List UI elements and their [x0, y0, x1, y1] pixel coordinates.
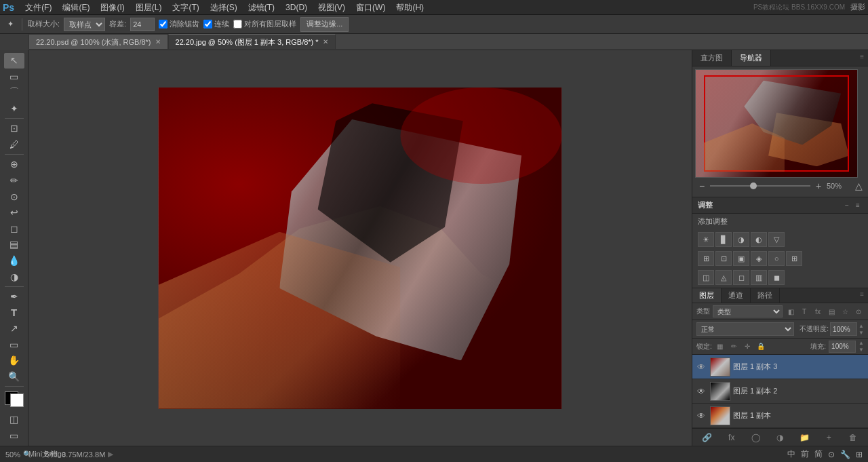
fill-input[interactable]: [829, 341, 856, 353]
zoom-out-btn[interactable]: −: [696, 180, 707, 191]
text-tool[interactable]: T: [4, 305, 24, 320]
filter-effect-icon[interactable]: fx: [812, 306, 823, 317]
pen-tool[interactable]: ✒: [4, 289, 24, 305]
selection-tool[interactable]: ▭: [4, 69, 24, 85]
status-icon-1[interactable]: 中: [787, 448, 795, 460]
adj-vibrance[interactable]: ▽: [768, 232, 785, 247]
menu-text[interactable]: 文字(T): [167, 0, 204, 15]
adj-exposure[interactable]: ◐: [751, 232, 767, 247]
layer-style-btn[interactable]: fx: [725, 431, 738, 444]
menu-window[interactable]: 窗口(W): [351, 0, 391, 15]
nav-expand-btn[interactable]: △: [853, 180, 864, 191]
adj-hue-sat[interactable]: ⊞: [698, 251, 714, 266]
group-layers-btn[interactable]: 📁: [797, 431, 811, 444]
adj-selective-color[interactable]: ◼: [768, 270, 785, 285]
eraser-tool[interactable]: ◻: [4, 221, 24, 237]
shape-tool[interactable]: ▭: [4, 337, 24, 353]
opacity-down[interactable]: ▼: [859, 330, 864, 336]
adj-invert[interactable]: ◫: [698, 270, 714, 285]
zoom-in-btn[interactable]: +: [813, 180, 824, 191]
status-icon-6[interactable]: ⊞: [856, 450, 863, 459]
adj-gradient-map[interactable]: ▥: [751, 270, 767, 285]
layers-menu-btn[interactable]: ≡: [856, 288, 868, 303]
panel-collapse-btn[interactable]: −: [842, 201, 852, 210]
menu-filter[interactable]: 滤镜(T): [243, 0, 280, 15]
adj-channel-mixer[interactable]: ○: [768, 251, 785, 266]
status-icon-3[interactable]: 简: [814, 448, 823, 460]
tab-histogram[interactable]: 直方图: [692, 50, 732, 66]
menu-layer[interactable]: 图层(L): [130, 0, 167, 15]
zoom-tool[interactable]: 🔍: [4, 369, 24, 385]
close-tab-1[interactable]: ✕: [155, 35, 161, 50]
filter-mode-icon[interactable]: ▤: [826, 306, 837, 317]
menu-edit[interactable]: 编辑(E): [57, 0, 95, 15]
close-tab-2[interactable]: ✕: [323, 35, 328, 50]
all-layers-checkbox[interactable]: 对所有图层取样: [233, 19, 296, 29]
clone-tool[interactable]: ⊙: [4, 189, 24, 204]
layer-item-2[interactable]: 👁 图层 1 副本 2: [692, 379, 868, 404]
dodge-tool[interactable]: ◑: [4, 269, 24, 284]
lasso-tool[interactable]: ⌒: [4, 85, 24, 100]
layer-eye-1[interactable]: 👁: [695, 361, 707, 373]
layer-eye-3[interactable]: 👁: [695, 410, 707, 422]
color-swatch[interactable]: [5, 391, 24, 407]
layer-mask-btn[interactable]: ◯: [749, 431, 763, 444]
hand-tool[interactable]: ✋: [4, 353, 24, 368]
tolerance-input[interactable]: [130, 18, 155, 31]
menu-help[interactable]: 帮助(H): [391, 0, 429, 15]
adj-color-lookup[interactable]: ⊞: [786, 251, 802, 266]
delete-layer-btn[interactable]: 🗑: [846, 431, 860, 444]
doc-expand-btn[interactable]: ▶: [108, 450, 113, 459]
menu-view[interactable]: 视图(V): [313, 0, 351, 15]
quick-mask-tool[interactable]: ◫: [4, 412, 24, 427]
tab-channels[interactable]: 通道: [722, 288, 751, 303]
lock-transparent-btn[interactable]: ▦: [715, 341, 726, 352]
menu-file[interactable]: 文件(F): [20, 0, 57, 15]
fill-down[interactable]: ▼: [859, 347, 864, 353]
menu-select[interactable]: 选择(S): [205, 0, 243, 15]
tab-paths[interactable]: 路径: [751, 288, 780, 303]
panel-menu-btn[interactable]: ≡: [853, 201, 863, 210]
menu-image[interactable]: 图像(I): [95, 0, 130, 15]
heal-tool[interactable]: ⊕: [4, 157, 24, 172]
filter-type-icon[interactable]: ◧: [785, 306, 796, 317]
blend-mode-select[interactable]: 正常: [696, 322, 794, 336]
filter-attr-icon[interactable]: ☆: [840, 306, 850, 317]
brush-tool[interactable]: ✏: [4, 173, 24, 189]
refine-edge-button[interactable]: 调整边缘...: [300, 17, 349, 32]
path-select-tool[interactable]: ↗: [4, 321, 24, 336]
gradient-tool[interactable]: ▤: [4, 237, 24, 252]
layer-item-1[interactable]: 👁 图层 1 副本 3: [692, 355, 868, 379]
layer-item-3[interactable]: 👁 图层 1 副本: [692, 404, 868, 428]
adjustment-layer-btn[interactable]: ◑: [773, 431, 787, 444]
crop-tool[interactable]: ⊡: [4, 121, 24, 136]
mini-bridge-label[interactable]: Mini Bridge: [28, 446, 66, 462]
new-layer-btn[interactable]: +: [822, 431, 835, 444]
adj-threshold[interactable]: ◻: [733, 270, 749, 285]
adj-photo-filter[interactable]: ◈: [751, 251, 767, 266]
adj-curves[interactable]: ◑: [733, 232, 749, 247]
anti-alias-checkbox[interactable]: 消除锯齿: [159, 19, 199, 29]
adj-levels[interactable]: ▊: [715, 232, 732, 247]
filter-toggle[interactable]: ⊙: [853, 306, 864, 317]
contiguous-checkbox[interactable]: 连续: [203, 19, 229, 29]
status-icon-2[interactable]: 前: [801, 448, 809, 460]
doc-tab-2[interactable]: 22.20.jpg @ 50% (图层 1 副本 3, RGB/8*) * ✕: [168, 34, 336, 49]
lock-position-btn[interactable]: ✛: [742, 341, 753, 352]
screen-mode-tool[interactable]: ▭: [4, 427, 24, 443]
opacity-up[interactable]: ▲: [859, 323, 864, 329]
adj-posterize[interactable]: ◬: [715, 270, 732, 285]
blur-tool[interactable]: 💧: [4, 253, 24, 269]
magic-wand-tool[interactable]: ✦: [4, 101, 24, 117]
lock-all-btn[interactable]: 🔒: [755, 341, 766, 352]
filter-name-icon[interactable]: T: [799, 306, 810, 317]
panel-menu-btn[interactable]: ≡: [856, 50, 868, 66]
tab-navigator[interactable]: 导航器: [732, 50, 771, 66]
sampling-size-select[interactable]: 取样点: [64, 18, 105, 31]
fill-up[interactable]: ▲: [859, 340, 864, 346]
tab-layers[interactable]: 图层: [692, 288, 722, 303]
opacity-input[interactable]: [830, 322, 857, 336]
lock-image-btn[interactable]: ✏: [728, 341, 739, 352]
eyedropper-tool[interactable]: 🖊: [4, 137, 24, 153]
status-icon-4[interactable]: ⊙: [828, 450, 835, 459]
